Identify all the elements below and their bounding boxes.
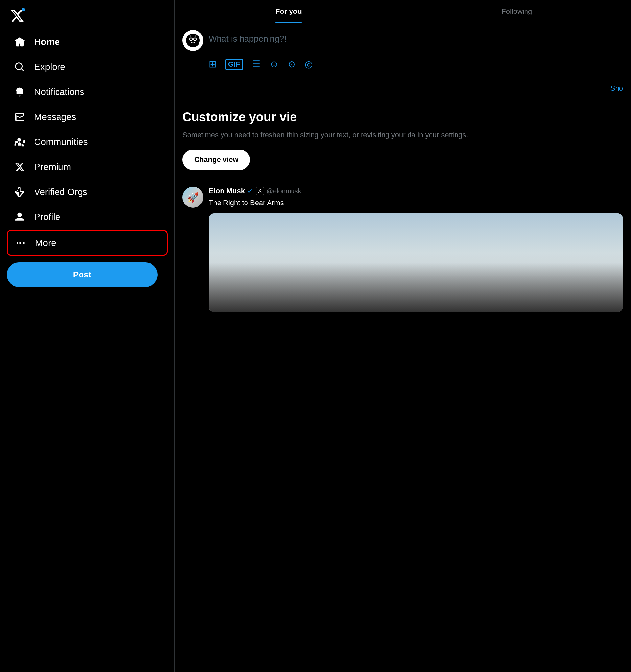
sidebar-nav: Home Explore Notifications xyxy=(6,30,168,257)
post-button[interactable]: Post xyxy=(6,262,158,287)
tab-for-you[interactable]: For you xyxy=(174,0,403,23)
sidebar-item-messages[interactable]: Messages xyxy=(6,105,168,129)
sidebar-item-profile[interactable]: Profile xyxy=(6,205,168,229)
tweet-image xyxy=(209,213,623,312)
sidebar-item-more[interactable]: More xyxy=(6,230,168,256)
x-premium-icon xyxy=(13,161,26,174)
main-content: For you Following What is ha xyxy=(174,0,631,672)
sidebar-item-label-verified-orgs: Verified Orgs xyxy=(34,187,88,197)
tweet-text: The Right to Bear Arms xyxy=(209,197,623,208)
emoji-compose-icon[interactable]: ☺ xyxy=(269,59,279,70)
svg-point-3 xyxy=(190,39,192,41)
sidebar-item-communities[interactable]: Communities xyxy=(6,130,168,154)
svg-rect-5 xyxy=(190,35,191,38)
compose-input-area[interactable]: What is happening?! ⊞ GIF ☰ ☺ ⊙ ◎ xyxy=(209,30,623,70)
tweet-item[interactable]: Elon Musk ✓ X @elonmusk The Right to Bea… xyxy=(174,180,631,319)
tweet-header: Elon Musk ✓ X @elonmusk xyxy=(209,187,623,195)
tab-following[interactable]: Following xyxy=(403,0,631,23)
tweet-handle: @elonmusk xyxy=(267,187,301,195)
sidebar-item-notifications[interactable]: Notifications xyxy=(6,80,168,104)
sidebar-item-label-explore: Explore xyxy=(34,62,66,72)
show-more-banner[interactable]: Sho xyxy=(174,77,631,100)
notification-dot xyxy=(22,8,25,11)
search-icon xyxy=(13,61,26,74)
sidebar-item-explore[interactable]: Explore xyxy=(6,55,168,79)
compose-toolbar: ⊞ GIF ☰ ☺ ⊙ ◎ xyxy=(209,54,623,70)
customize-description: Sometimes you need to freshen thin sizin… xyxy=(183,129,623,140)
sidebar-item-label-profile: Profile xyxy=(34,212,60,222)
show-more-text: Sho xyxy=(610,84,623,92)
mail-icon xyxy=(13,111,26,124)
compose-area: What is happening?! ⊞ GIF ☰ ☺ ⊙ ◎ xyxy=(174,23,631,77)
verified-badge-icon: ✓ xyxy=(247,187,253,195)
sidebar-item-label-more: More xyxy=(35,238,56,248)
profile-icon xyxy=(13,210,26,223)
customize-section: Customize your vie Sometimes you need to… xyxy=(174,100,631,180)
home-icon xyxy=(13,35,26,49)
avatar xyxy=(183,30,203,51)
location-compose-icon[interactable]: ◎ xyxy=(305,59,313,70)
bell-icon xyxy=(13,86,26,99)
customize-title: Customize your vie xyxy=(183,110,623,124)
sidebar-item-label-home: Home xyxy=(34,37,60,47)
svg-point-0 xyxy=(186,33,200,47)
sidebar-item-home[interactable]: Home xyxy=(6,30,168,54)
tweet-content: Elon Musk ✓ X @elonmusk The Right to Bea… xyxy=(209,187,623,312)
tweet-avatar xyxy=(183,187,203,208)
svg-rect-6 xyxy=(195,35,196,38)
x-badge: X xyxy=(256,187,264,195)
sidebar-item-label-premium: Premium xyxy=(34,162,71,172)
svg-point-4 xyxy=(194,39,196,41)
x-logo-button[interactable] xyxy=(6,5,28,26)
more-icon xyxy=(14,236,27,249)
image-compose-icon[interactable]: ⊞ xyxy=(209,59,216,70)
sidebar-item-premium[interactable]: Premium xyxy=(6,155,168,179)
sidebar-item-verified-orgs[interactable]: Verified Orgs xyxy=(6,180,168,204)
compose-placeholder[interactable]: What is happening?! xyxy=(209,30,623,48)
communities-icon xyxy=(13,136,26,149)
sidebar-item-label-notifications: Notifications xyxy=(34,87,84,97)
schedule-compose-icon[interactable]: ⊙ xyxy=(288,59,295,70)
header-tabs: For you Following xyxy=(174,0,631,23)
poll-compose-icon[interactable]: ☰ xyxy=(252,59,260,70)
sidebar-item-label-messages: Messages xyxy=(34,112,76,122)
gif-compose-icon[interactable]: GIF xyxy=(225,59,243,70)
change-view-button[interactable]: Change view xyxy=(183,150,250,170)
lightning-icon xyxy=(13,186,26,198)
sidebar-item-label-communities: Communities xyxy=(34,137,88,147)
user-avatar-image xyxy=(186,33,200,47)
tweet-author-name: Elon Musk xyxy=(209,187,245,195)
sidebar: Home Explore Notifications xyxy=(0,0,174,672)
